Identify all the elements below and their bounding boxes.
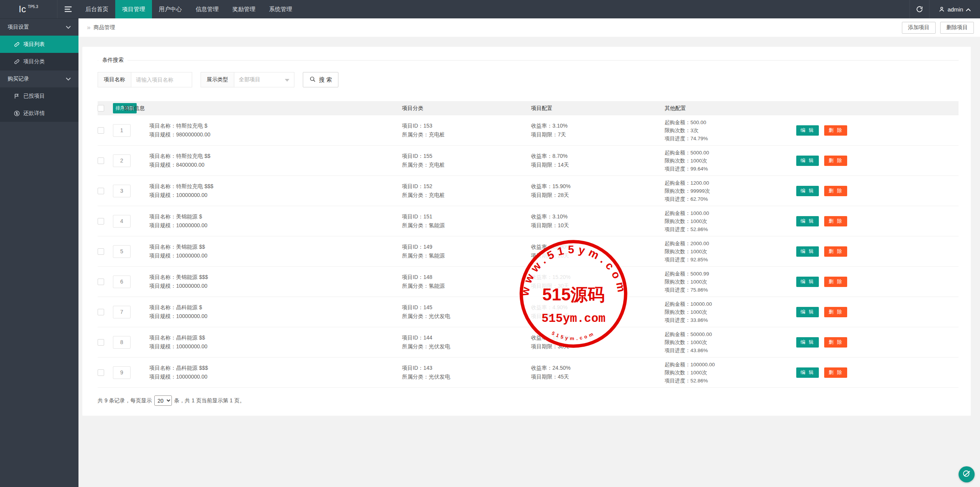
term-value: 10天 — [558, 222, 569, 228]
min-purchase-field-label: 起购金额： — [665, 120, 691, 125]
delete-project-button[interactable]: 删除项目 — [940, 22, 974, 34]
sidebar-item-invested-projects[interactable]: 已投项目 — [0, 87, 78, 105]
delete-button[interactable]: 删 除 — [824, 307, 847, 317]
page-size-select[interactable]: 20 — [154, 395, 172, 406]
project-id-value: 155 — [423, 153, 432, 159]
table-row: 3 项目名称：特斯拉充电 $$$ 项目规模：10000000.00 项目ID：1… — [98, 176, 959, 206]
progress-field-label: 项目进度： — [665, 317, 691, 323]
project-scale-field-label: 项目规模： — [149, 374, 176, 380]
hamburger-icon[interactable] — [57, 0, 78, 18]
project-name-label: 项目名称 — [98, 72, 131, 87]
row-checkbox[interactable] — [98, 127, 104, 134]
row-checkbox[interactable] — [98, 188, 104, 194]
pagination: 共 9 条记录，每页显示 20 条，共 1 页当前显示第 1 页。 — [98, 395, 959, 406]
edit-button[interactable]: 编 辑 — [796, 337, 819, 348]
edit-button[interactable]: 编 辑 — [796, 156, 819, 166]
delete-button[interactable]: 删 除 — [824, 125, 847, 136]
delete-button[interactable]: 删 除 — [824, 277, 847, 287]
project-name-field-label: 项目名称： — [149, 335, 176, 341]
edit-button[interactable]: 编 辑 — [796, 125, 819, 136]
edit-button[interactable]: 编 辑 — [796, 277, 819, 287]
delete-button[interactable]: 删 除 — [824, 216, 847, 226]
rate-field-label: 收益率： — [531, 213, 552, 220]
sidebar-item-project-list[interactable]: 项目列表 — [0, 36, 78, 53]
project-name-field-label: 项目名称： — [149, 123, 176, 129]
breadcrumb-bar: » 商品管理 添加项目 删除项目 — [78, 18, 980, 37]
user-menu[interactable]: admin — [929, 0, 980, 18]
row-order-input[interactable]: 8 — [113, 336, 131, 349]
nav-item-dashboard[interactable]: 后台首页 — [78, 0, 115, 18]
nav-item-rewards[interactable]: 奖励管理 — [225, 0, 262, 18]
row-checkbox[interactable] — [98, 279, 104, 285]
table-header: 排序刷新 项目信息 项目分类 项目配置 其他配置 — [98, 101, 959, 115]
edit-button[interactable]: 编 辑 — [796, 307, 819, 317]
project-name-value: 美锦能源 $$$ — [176, 274, 208, 280]
row-order-input[interactable]: 1 — [113, 124, 131, 137]
row-checkbox[interactable] — [98, 369, 104, 376]
rate-value: 15.20% — [552, 274, 570, 280]
sidebar-group-project-settings[interactable]: 项目设置 — [0, 18, 78, 36]
row-checkbox[interactable] — [98, 157, 104, 164]
select-all-checkbox[interactable] — [98, 105, 104, 112]
edit-button[interactable]: 编 辑 — [796, 186, 819, 196]
row-checkbox[interactable] — [98, 248, 104, 255]
nav-item-info[interactable]: 信息管理 — [189, 0, 225, 18]
floating-action-button[interactable] — [959, 466, 975, 482]
purchase-limit-field-label: 限购次数： — [665, 249, 691, 254]
project-id-value: 152 — [423, 183, 432, 189]
project-scale-value: 980000000.00 — [176, 131, 211, 138]
row-order-input[interactable]: 2 — [113, 154, 131, 167]
display-type-value: 全部项目 — [239, 76, 260, 83]
search-button[interactable]: 搜 索 — [303, 72, 338, 87]
row-checkbox[interactable] — [98, 309, 104, 315]
project-category-value: 氢能源 — [429, 253, 445, 259]
row-order-input[interactable]: 4 — [113, 215, 131, 228]
row-order-input[interactable]: 6 — [113, 275, 131, 288]
term-field-label: 项目期限： — [531, 222, 558, 228]
sidebar-item-repayment-details[interactable]: 还款详情 — [0, 105, 78, 122]
table-row: 6 项目名称：美锦能源 $$$ 项目规模：10000000.00 项目ID：14… — [98, 267, 959, 297]
row-checkbox[interactable] — [98, 218, 104, 225]
nav-item-users[interactable]: 用户中心 — [152, 0, 189, 18]
project-name-input[interactable] — [131, 72, 192, 87]
table-row: 9 项目名称：晶科能源 $$$ 项目规模：10000000.00 项目ID：14… — [98, 357, 959, 388]
edit-button[interactable]: 编 辑 — [796, 246, 819, 257]
delete-button[interactable]: 删 除 — [824, 367, 847, 378]
row-order-input[interactable]: 7 — [113, 306, 131, 318]
delete-button[interactable]: 删 除 — [824, 246, 847, 257]
edit-button[interactable]: 编 辑 — [796, 367, 819, 378]
rate-value: 10.90% — [552, 244, 570, 250]
edit-button[interactable]: 编 辑 — [796, 216, 819, 226]
sidebar-item-label: 项目分类 — [23, 58, 45, 65]
purchase-limit-field-label: 限购次数： — [665, 339, 691, 345]
display-type-select[interactable]: 全部项目 — [234, 72, 294, 87]
project-scale-field-label: 项目规模： — [149, 192, 176, 198]
project-name-field-label: 项目名称： — [149, 213, 176, 220]
progress-value: 92.85% — [691, 257, 708, 262]
min-purchase-value: 500.00 — [691, 120, 706, 125]
row-checkbox[interactable] — [98, 339, 104, 346]
project-category-field-label: 所属分类： — [402, 374, 429, 380]
project-table: 排序刷新 项目信息 项目分类 项目配置 其他配置 1 项目名称：特斯拉充电 $ … — [98, 101, 959, 388]
project-id-value: 145 — [423, 304, 432, 310]
sidebar-item-label: 还款详情 — [23, 110, 45, 117]
project-id-field-label: 项目ID： — [402, 274, 423, 280]
project-id-value: 153 — [423, 123, 432, 129]
row-order-input[interactable]: 3 — [113, 185, 131, 197]
sidebar-item-project-category[interactable]: 项目分类 — [0, 53, 78, 70]
add-project-button[interactable]: 添加项目 — [902, 22, 936, 34]
refresh-icon[interactable] — [910, 0, 929, 18]
stamp-slash-icon — [962, 470, 971, 479]
project-id-field-label: 项目ID： — [402, 153, 423, 159]
sidebar-group-purchase-records[interactable]: 购买记录 — [0, 70, 78, 87]
nav-item-system[interactable]: 系统管理 — [262, 0, 299, 18]
progress-value: 33.86% — [691, 317, 708, 323]
project-scale-value: 10000000.00 — [176, 222, 207, 228]
purchase-limit-field-label: 限购次数： — [665, 188, 691, 194]
row-order-input[interactable]: 9 — [113, 366, 131, 379]
nav-item-projects[interactable]: 项目管理 — [115, 0, 152, 18]
delete-button[interactable]: 删 除 — [824, 337, 847, 348]
delete-button[interactable]: 删 除 — [824, 186, 847, 196]
delete-button[interactable]: 删 除 — [824, 156, 847, 166]
row-order-input[interactable]: 5 — [113, 245, 131, 258]
